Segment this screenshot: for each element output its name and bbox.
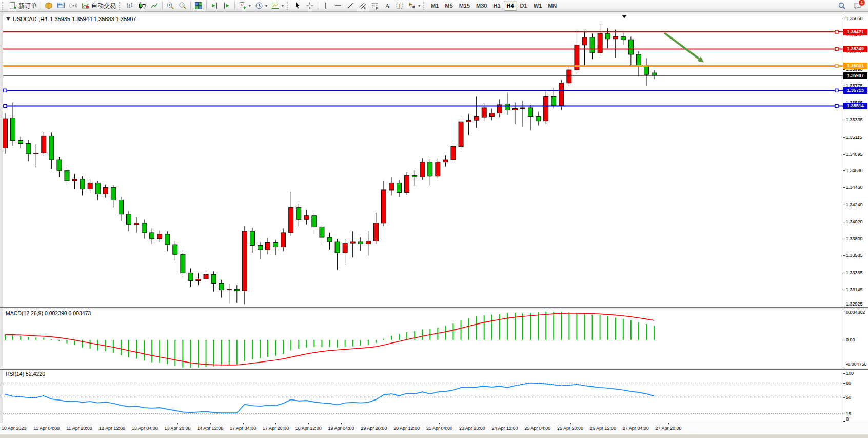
chart-collapse-icon[interactable] bbox=[6, 17, 10, 21]
window-bottom-edge bbox=[0, 434, 868, 438]
time-tick-mark bbox=[570, 423, 571, 424]
time-axis-label: 20 Apr 12:00 bbox=[393, 426, 420, 431]
toolbar-grip[interactable] bbox=[423, 2, 426, 10]
price-line-tag[interactable]: 1.36031 bbox=[843, 63, 867, 69]
time-tick-mark bbox=[112, 423, 112, 424]
price-line-tag[interactable]: 1.36249 bbox=[843, 46, 867, 52]
time-axis-label: 11 Apr 04:00 bbox=[34, 426, 60, 431]
chart-shift-button[interactable] bbox=[221, 1, 233, 11]
zoom-in-button[interactable] bbox=[164, 1, 176, 11]
zoom-out-button[interactable] bbox=[176, 1, 189, 11]
current-price-tag[interactable]: 1.35907 bbox=[843, 72, 867, 79]
time-axis-label: 23 Apr 23:00 bbox=[459, 426, 485, 431]
templates-icon bbox=[271, 2, 280, 10]
timeframe-w1-button[interactable]: W1 bbox=[530, 1, 545, 11]
timeframe-h1-button[interactable]: H1 bbox=[490, 1, 503, 11]
time-tick-mark bbox=[603, 423, 603, 424]
new-order-button[interactable]: 新订单 bbox=[7, 1, 39, 11]
rsi-tick-mark bbox=[843, 383, 845, 384]
candlestick-chart-button[interactable] bbox=[136, 1, 148, 11]
panel-splitter[interactable] bbox=[0, 368, 868, 370]
rsi-tick-mark bbox=[843, 373, 845, 374]
time-tick-mark bbox=[636, 423, 636, 424]
time-axis-label: 17 Apr 20:00 bbox=[263, 426, 289, 431]
text-label-button[interactable]: T bbox=[393, 1, 406, 11]
new-order-icon bbox=[9, 2, 17, 10]
timeframe-d1-button[interactable]: D1 bbox=[517, 1, 530, 11]
autotrading-button[interactable]: 自动交易 bbox=[80, 1, 118, 11]
toolbar-grip[interactable] bbox=[287, 2, 289, 10]
tile-windows-button[interactable] bbox=[192, 1, 205, 11]
zoom-out-icon bbox=[179, 2, 187, 10]
timeframe-h4-button[interactable]: H4 bbox=[504, 1, 517, 11]
rsi-tick-label: 0 bbox=[846, 416, 867, 422]
terminal-button[interactable] bbox=[55, 1, 67, 11]
market-watch-button[interactable] bbox=[43, 1, 55, 11]
text-button[interactable]: A bbox=[381, 1, 393, 11]
bar-chart-button[interactable] bbox=[124, 1, 136, 11]
price-tick-mark bbox=[843, 205, 845, 205]
price-tick-mark bbox=[843, 154, 845, 155]
periods-dropdown-caret[interactable]: ▾ bbox=[265, 4, 267, 8]
line-chart-button[interactable] bbox=[148, 1, 161, 11]
search-icon bbox=[838, 2, 846, 10]
fibonacci-button[interactable]: F bbox=[369, 1, 381, 11]
toolbar-grip[interactable] bbox=[119, 2, 122, 10]
rsi-indicator-chart[interactable] bbox=[3, 370, 843, 423]
panel-splitter[interactable] bbox=[0, 307, 868, 309]
auto-scroll-button[interactable] bbox=[208, 1, 221, 11]
time-axis-label: 26 Apr 12:00 bbox=[590, 426, 616, 431]
line-handle bbox=[835, 104, 838, 107]
trend-arrow-annotation bbox=[664, 33, 699, 59]
time-axis-label: 21 Apr 04:00 bbox=[426, 426, 452, 431]
indicators-dropdown-caret[interactable]: ▾ bbox=[249, 4, 251, 8]
horizontal-line-button[interactable] bbox=[332, 1, 344, 11]
vertical-line-button[interactable] bbox=[320, 1, 332, 11]
time-tick-mark bbox=[538, 423, 538, 424]
templates-dropdown-caret[interactable]: ▾ bbox=[282, 4, 284, 8]
price-line-tag[interactable]: 1.35713 bbox=[843, 87, 867, 94]
line-handle bbox=[835, 89, 838, 92]
crosshair-icon bbox=[306, 2, 314, 10]
timeframe-mn-button[interactable]: MN bbox=[545, 1, 560, 11]
price-tick-mark bbox=[843, 187, 845, 188]
templates-button[interactable]: ▾ bbox=[269, 1, 286, 11]
time-axis-label: 14 Apr 12:00 bbox=[197, 426, 223, 431]
macd-tick-mark bbox=[843, 312, 845, 312]
toolbar-grip[interactable] bbox=[2, 2, 5, 10]
chat-button[interactable]: 1 bbox=[851, 1, 864, 11]
rsi-tick-label: 50 bbox=[846, 394, 867, 401]
time-axis-label: 12 Apr 12:00 bbox=[99, 426, 125, 431]
line-handle bbox=[4, 104, 7, 107]
timeframe-m15-button[interactable]: M15 bbox=[456, 1, 473, 11]
timeframe-m1-button[interactable]: M1 bbox=[428, 1, 442, 11]
arrows-dropdown-caret[interactable]: ▾ bbox=[418, 4, 420, 8]
periods-button[interactable]: ▾ bbox=[253, 1, 269, 11]
timeframe-m30-button[interactable]: M30 bbox=[473, 1, 490, 11]
signals-button[interactable] bbox=[67, 1, 80, 11]
time-axis-label: 10 Apr 2023 bbox=[2, 426, 27, 431]
notification-badge[interactable]: 1 bbox=[858, 0, 865, 6]
periods-clock-icon bbox=[255, 2, 263, 10]
candlestick-chart-icon bbox=[138, 2, 146, 10]
price-tick-label: 1.33800 bbox=[846, 236, 867, 242]
trendline-button[interactable] bbox=[344, 1, 357, 11]
main-price-chart[interactable] bbox=[3, 14, 843, 307]
arrows-button[interactable]: ▾ bbox=[406, 1, 422, 11]
crosshair-button[interactable] bbox=[304, 1, 316, 11]
price-tick-mark bbox=[843, 255, 845, 256]
chart-shift-marker[interactable] bbox=[622, 15, 627, 18]
price-tick-label: 1.35115 bbox=[846, 134, 867, 140]
price-line-tag[interactable]: 1.35514 bbox=[843, 103, 867, 109]
time-axis-label: 19 Apr 20:00 bbox=[361, 426, 387, 431]
search-button[interactable] bbox=[836, 1, 848, 11]
price-tick-mark bbox=[843, 120, 845, 120]
macd-indicator-chart[interactable] bbox=[3, 309, 843, 368]
time-tick-mark bbox=[472, 423, 472, 424]
indicators-button[interactable]: ▾ bbox=[236, 1, 253, 11]
equidistant-channel-button[interactable]: E bbox=[357, 1, 369, 11]
price-line-tag[interactable]: 1.36471 bbox=[843, 29, 867, 35]
timeframe-m5-button[interactable]: M5 bbox=[442, 1, 456, 11]
cursor-button[interactable] bbox=[291, 1, 304, 11]
price-tick-mark bbox=[843, 18, 845, 18]
